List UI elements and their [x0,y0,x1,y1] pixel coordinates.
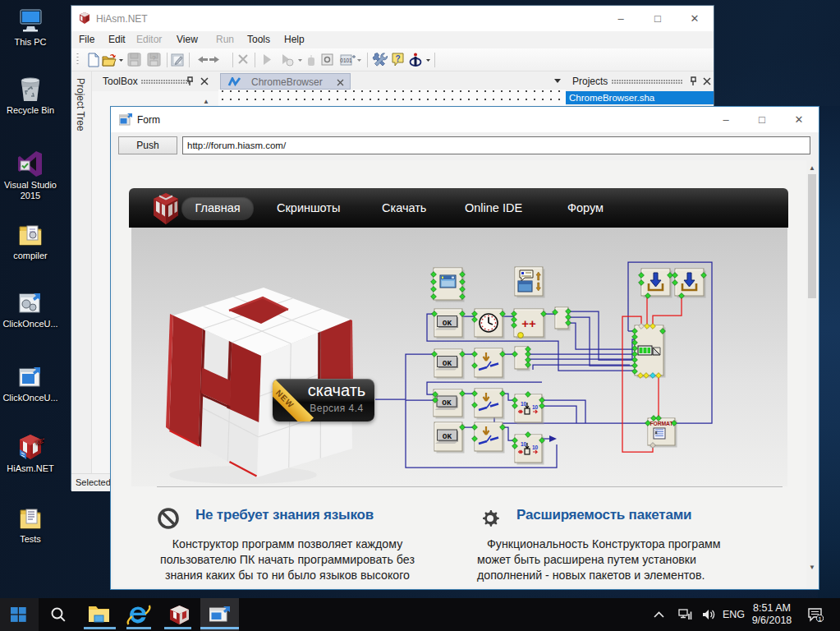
svg-text:++: ++ [521,316,536,330]
svg-text:0101: 0101 [340,58,352,63]
svg-text:OK: OK [442,398,452,408]
svg-text:?: ? [152,54,156,62]
svg-text:10: 10 [532,444,539,450]
svg-text:10: 10 [532,404,539,410]
svg-text:OK: OK [443,319,452,328]
svg-text:1: 1 [818,615,821,623]
svg-text:OK: OK [443,359,452,368]
svg-text:?: ? [395,54,400,63]
svg-text:OK: OK [443,432,452,441]
